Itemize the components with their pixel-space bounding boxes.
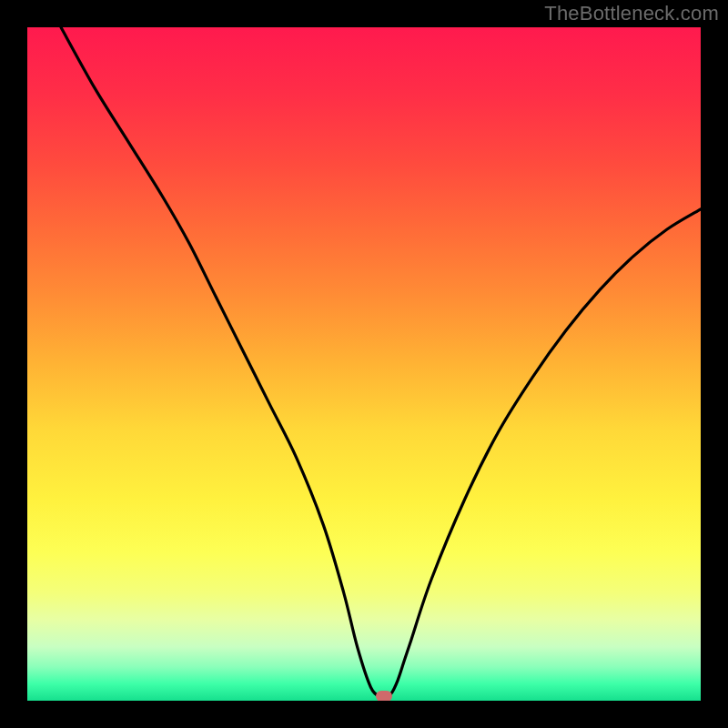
plot-area [27,27,701,701]
curve-layer [27,27,701,701]
bottleneck-curve [61,27,701,698]
watermark-text: TheBottleneck.com [544,2,719,25]
optimum-marker [376,691,392,701]
chart-frame: TheBottleneck.com [0,0,728,728]
